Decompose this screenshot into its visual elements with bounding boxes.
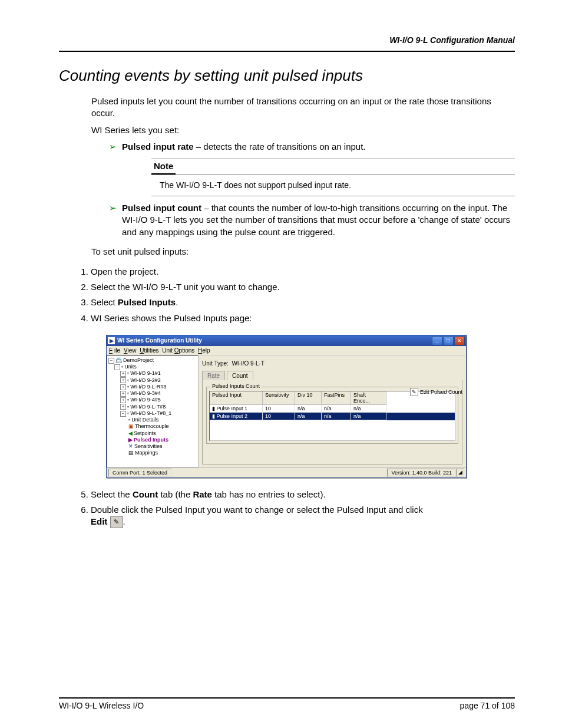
pulsed-inputs-grid[interactable]: Pulsed Input Sensitivity Div 10 FastPins… bbox=[209, 391, 455, 441]
tab-rate[interactable]: Rate bbox=[202, 371, 225, 380]
note-box: Note The WI-I/O 9-L-T does not support p… bbox=[151, 159, 515, 196]
close-button[interactable]: × bbox=[454, 336, 465, 345]
footer-page: page 71 of 108 bbox=[460, 701, 515, 710]
bullet-pulsed-count-term: Pulsed input count bbox=[122, 203, 201, 213]
step-3: Select Pulsed Inputs. bbox=[91, 297, 515, 308]
resize-grip-icon[interactable]: ◢ bbox=[456, 469, 464, 477]
bullet-pulsed-count: Pulsed input count – that counts the num… bbox=[109, 202, 515, 238]
edit-icon-inline: ✎ bbox=[110, 516, 123, 528]
procedure-lead: To set unit pulsed inputs: bbox=[91, 246, 515, 256]
menubar: File View Utilities Unit Options Help bbox=[107, 346, 466, 355]
header-title: WI-I/O 9-L Configuration Manual bbox=[59, 35, 515, 51]
statusbar: Comm Port: 1 Selected Version: 1.40.0 Bu… bbox=[107, 467, 466, 477]
grid-row[interactable]: ▮ Pulse Input 1 10 n/a n/a n/a bbox=[210, 405, 455, 413]
status-comm-port: Comm Port: 1 Selected bbox=[108, 469, 171, 477]
step-4: WI Series shows the Pulsed Inputs page: bbox=[91, 312, 515, 324]
col-shaft-enco[interactable]: Shaft Enco... bbox=[351, 391, 386, 405]
col-div10[interactable]: Div 10 bbox=[295, 391, 322, 405]
unit-type-label: Unit Type: WI-I/O 9-L-T bbox=[202, 360, 462, 367]
step-1: Open the project. bbox=[91, 266, 515, 278]
note-body: The WI-I/O 9-L-T does not support pulsed… bbox=[151, 174, 515, 196]
menu-help[interactable]: Help bbox=[198, 347, 210, 354]
edit-icon: ✎ bbox=[410, 388, 418, 396]
col-pulsed-input[interactable]: Pulsed Input bbox=[210, 391, 263, 405]
tree-item-pulsed-inputs[interactable]: ▶Pulsed Inputs bbox=[108, 437, 197, 443]
footer-left: WI-I/O 9-L Wireless I/O bbox=[59, 701, 144, 710]
menu-utilities[interactable]: Utilities bbox=[140, 347, 158, 354]
grid-row-selected[interactable]: ▮ Pulse Input 2 10 n/a n/a n/a bbox=[210, 413, 455, 420]
app-window: ▶ WI Series Configuration Utility _ □ × … bbox=[106, 335, 467, 478]
note-label: Note bbox=[151, 159, 176, 174]
maximize-button[interactable]: □ bbox=[443, 336, 454, 345]
step-5: Select the Count tab (the Rate tab has n… bbox=[91, 489, 515, 500]
tab-strip: Rate Count bbox=[202, 370, 462, 380]
status-version: Version: 1.40.0 Build: 221 bbox=[387, 469, 456, 477]
intro-paragraph-2: WI Series lets you set: bbox=[91, 124, 515, 136]
tab-count[interactable]: Count bbox=[227, 371, 253, 380]
bullet-pulsed-rate-term: Pulsed input rate bbox=[122, 141, 194, 151]
bullet-pulsed-rate: Pulsed input rate – detects the rate of … bbox=[109, 141, 515, 196]
col-fastpins[interactable]: FastPins bbox=[322, 391, 351, 405]
window-titlebar: ▶ WI Series Configuration Utility _ □ × bbox=[107, 335, 466, 346]
section-heading: Counting events by setting unit pulsed i… bbox=[59, 67, 515, 85]
header-rule bbox=[59, 51, 515, 52]
window-title: WI Series Configuration Utility bbox=[117, 337, 432, 344]
step-6: Double click the Pulsed Input you want t… bbox=[91, 504, 515, 528]
minimize-button[interactable]: _ bbox=[432, 336, 442, 345]
project-tree[interactable]: −📇DemoProject −▫Units +▫WI-I/O 9-1#1 +▫W… bbox=[107, 355, 199, 467]
edit-pulsed-count-button[interactable]: ✎ Edit Pulsed Count bbox=[410, 388, 462, 396]
app-icon: ▶ bbox=[108, 337, 115, 344]
bullet-pulsed-rate-text: – detects the rate of transitions on an … bbox=[194, 141, 366, 151]
intro-paragraph-1: Pulsed inputs let you count the number o… bbox=[91, 95, 515, 120]
group-title: Pulsed Inputs Count bbox=[210, 383, 262, 389]
step-2: Select the WI-I/O 9-L-T unit you want to… bbox=[91, 281, 515, 293]
menu-file[interactable]: File bbox=[109, 347, 120, 354]
menu-view[interactable]: View bbox=[124, 347, 137, 354]
footer-rule bbox=[59, 697, 515, 699]
col-sensitivity[interactable]: Sensitivity bbox=[263, 391, 295, 405]
menu-unit-options[interactable]: Unit Options bbox=[162, 347, 194, 354]
